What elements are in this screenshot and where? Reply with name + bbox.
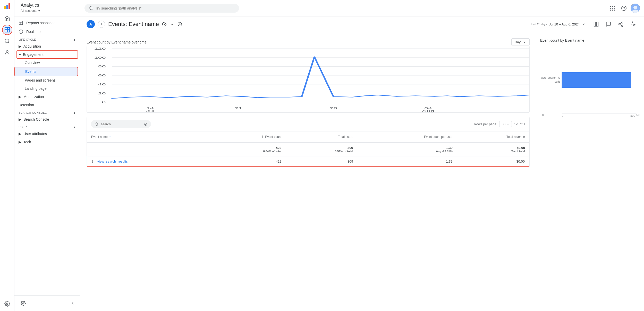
user-section-label: User ▲ xyxy=(14,123,80,130)
svg-rect-36 xyxy=(597,22,598,26)
sidebar-item-realtime[interactable]: Realtime xyxy=(14,27,78,36)
sidebar-item-acquisition[interactable]: ▶ Acquisition xyxy=(14,42,80,50)
day-selector[interactable]: Day xyxy=(511,38,530,46)
main-content: A + Events: Event name xyxy=(80,0,644,311)
chevron-right-icon: ▶ xyxy=(19,132,21,136)
home-icon[interactable] xyxy=(2,13,12,24)
report-title: Events: Event name xyxy=(108,21,183,28)
svg-rect-11 xyxy=(19,21,23,25)
main-chart-area: Event count by Event name over time Day xyxy=(80,32,536,311)
svg-line-17 xyxy=(92,9,92,10)
event-name-link[interactable]: view_search_results xyxy=(97,159,128,163)
search-input[interactable] xyxy=(95,6,235,10)
insights-button[interactable] xyxy=(629,20,638,29)
sidebar-item-retention[interactable]: Retention xyxy=(14,101,78,109)
rows-chevron-icon xyxy=(506,123,510,126)
table-controls: ⊗ Rows per page: 50 1-1 of 1 xyxy=(87,117,529,131)
verify-icon[interactable] xyxy=(161,21,168,28)
app-title: Analytics xyxy=(21,3,42,8)
search-bar[interactable] xyxy=(84,4,239,13)
sidebar-item-landing-page[interactable]: Landing page xyxy=(14,84,78,93)
col-total-users: Total users xyxy=(286,131,357,143)
sidebar-item-tech[interactable]: ▶ Tech xyxy=(14,138,80,146)
ga-logo[interactable] xyxy=(3,2,11,10)
totals-total-users: 309 0.51% of total xyxy=(286,143,357,156)
svg-text:60: 60 xyxy=(98,74,106,77)
events-table: Event name + Event count xyxy=(87,131,529,167)
share-button[interactable] xyxy=(616,20,625,29)
sidebar-item-engagement[interactable]: ▾ Engagement xyxy=(16,50,78,59)
sidebar-nav: Reports snapshot Realtime Life cycle ▲ ▶… xyxy=(14,16,80,295)
svg-text:40: 40 xyxy=(98,83,106,86)
share-icon xyxy=(618,21,624,27)
svg-text:21: 21 xyxy=(235,107,242,110)
title-dropdown-button[interactable] xyxy=(169,21,175,28)
all-accounts-button[interactable]: All accounts ▾ xyxy=(19,8,42,14)
sidebar-item-overview[interactable]: Overview xyxy=(14,59,78,67)
audience-icon[interactable] xyxy=(2,47,12,58)
table-search-icon xyxy=(95,122,99,126)
reports-icon[interactable] xyxy=(2,25,12,35)
sidebar-item-events[interactable]: Events xyxy=(14,67,78,76)
top-header xyxy=(80,0,644,16)
totals-event-count: 422 0.04% of total xyxy=(208,143,285,156)
svg-rect-26 xyxy=(614,10,615,11)
content-area: Event count by Event name over time Day xyxy=(80,32,644,311)
sidebar-item-user-attributes[interactable]: ▶ User attributes xyxy=(14,130,80,138)
bar-chart-title: Event count by Event name xyxy=(540,38,640,42)
apps-button[interactable] xyxy=(608,4,617,13)
svg-text:Jul: Jul xyxy=(146,109,154,112)
right-chart-panel: Event count by Event name 0 500 view_sea… xyxy=(536,32,644,311)
svg-text:20: 20 xyxy=(98,92,106,95)
bar-view-search-results xyxy=(562,72,631,88)
chat-button[interactable] xyxy=(604,20,613,29)
help-button[interactable] xyxy=(619,4,629,13)
report-avatar: A xyxy=(87,20,95,28)
day-chevron-icon xyxy=(523,40,526,44)
col-event-name: Event name + xyxy=(87,131,208,143)
comparison-view-button[interactable] xyxy=(591,20,601,29)
totals-event-count-per-user: 1.39 Avg -93.01% xyxy=(357,143,457,156)
sidebar-item-pages-screens[interactable]: Pages and screens xyxy=(14,76,78,84)
svg-text:500: 500 xyxy=(630,114,635,117)
svg-rect-21 xyxy=(610,8,611,9)
data-table: ⊗ Rows per page: 50 1-1 of 1 xyxy=(87,117,530,167)
sidebar-item-monetization[interactable]: ▶ Monetization xyxy=(14,93,80,101)
table-search-container[interactable]: ⊗ xyxy=(91,120,151,128)
svg-rect-3 xyxy=(5,28,7,30)
bar-chart: 0 500 view_search_re sults 0 500 xyxy=(540,47,640,119)
svg-text:100: 100 xyxy=(94,56,106,59)
col-event-count: Event count xyxy=(208,131,285,143)
add-comparison-button[interactable]: + xyxy=(98,21,105,28)
svg-rect-22 xyxy=(612,8,613,9)
table-search-input[interactable] xyxy=(101,122,142,126)
date-range-button[interactable]: Last 28 days Jul 10 – Aug 6, 2024 xyxy=(528,21,588,28)
sidebar-item-search-console[interactable]: ▶ Search Console xyxy=(14,115,80,123)
svg-point-37 xyxy=(622,22,623,23)
svg-rect-23 xyxy=(614,8,615,9)
svg-point-30 xyxy=(633,6,637,9)
sidebar-footer xyxy=(14,295,80,311)
line-chart: 120 100 80 60 40 20 0 14 Jul 21 28 xyxy=(87,46,530,113)
title-add-button[interactable] xyxy=(176,21,183,28)
svg-point-7 xyxy=(5,39,9,43)
insights-icon xyxy=(630,21,636,27)
table-totals-row: 422 0.04% of total 309 0.51% of total 1.… xyxy=(87,143,529,156)
avatar[interactable] xyxy=(631,4,640,13)
row-rank: 1 view_search_results xyxy=(87,156,208,167)
collapse-sidebar-button[interactable] xyxy=(69,300,76,307)
settings-icon[interactable] xyxy=(2,299,12,309)
settings-button[interactable] xyxy=(19,299,28,308)
sidebar-item-reports-snapshot[interactable]: Reports snapshot xyxy=(14,19,78,27)
row-total-revenue: $0.00 xyxy=(457,156,529,167)
search-console-section-label: Search Console ▲ xyxy=(14,109,80,115)
chevron-down-icon: ▾ xyxy=(38,9,40,13)
svg-rect-25 xyxy=(612,10,613,11)
explore-icon[interactable] xyxy=(2,36,12,46)
user-avatar xyxy=(631,4,640,13)
add-dimension-button[interactable]: + xyxy=(109,135,111,139)
clear-search-button[interactable]: ⊗ xyxy=(144,122,147,127)
rows-per-page-select[interactable]: 50 xyxy=(499,121,512,127)
icon-rail xyxy=(0,0,14,311)
chevron-down-icon: ▾ xyxy=(19,52,21,57)
